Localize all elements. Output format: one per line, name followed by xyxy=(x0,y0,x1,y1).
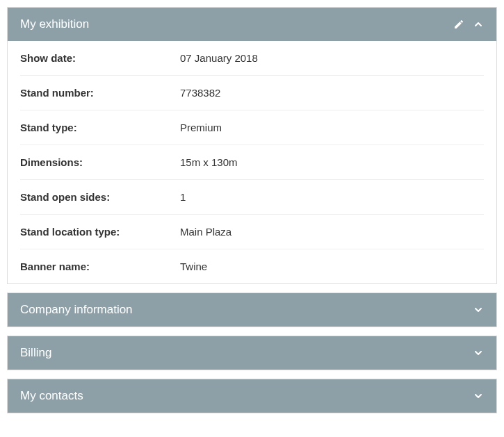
panel-actions xyxy=(453,19,484,30)
panel-actions xyxy=(473,347,484,358)
contacts-panel-header[interactable]: My contacts xyxy=(8,379,496,413)
row-value: 7738382 xyxy=(180,87,484,99)
panel-title: Company information xyxy=(20,303,473,317)
company-panel-header[interactable]: Company information xyxy=(8,293,496,327)
row-label: Dimensions: xyxy=(20,156,180,168)
edit-icon[interactable] xyxy=(453,19,464,30)
chevron-down-icon[interactable] xyxy=(473,390,484,402)
detail-row: Stand location type: Main Plaza xyxy=(20,215,484,249)
detail-row: Stand number: 7738382 xyxy=(20,76,484,110)
contacts-panel: My contacts xyxy=(7,379,497,413)
exhibition-panel-body: Show date: 07 January 2018 Stand number:… xyxy=(8,41,496,283)
panel-actions xyxy=(473,390,484,402)
row-label: Stand number: xyxy=(20,87,180,99)
row-label: Banner name: xyxy=(20,261,180,272)
row-value: Main Plaza xyxy=(180,226,484,238)
chevron-down-icon[interactable] xyxy=(473,347,484,358)
billing-panel: Billing xyxy=(7,336,497,370)
company-panel: Company information xyxy=(7,292,497,327)
panel-actions xyxy=(473,304,484,315)
detail-row: Banner name: Twine xyxy=(20,249,484,283)
row-value: 15m x 130m xyxy=(180,156,484,168)
row-label: Show date: xyxy=(20,52,180,64)
row-label: Stand location type: xyxy=(20,226,180,238)
detail-row: Stand type: Premium xyxy=(20,110,484,145)
billing-panel-header[interactable]: Billing xyxy=(8,336,496,370)
detail-row: Dimensions: 15m x 130m xyxy=(20,145,484,180)
detail-row: Stand open sides: 1 xyxy=(20,180,484,215)
row-label: Stand open sides: xyxy=(20,191,180,203)
panel-title: My exhibition xyxy=(20,17,453,31)
detail-row: Show date: 07 January 2018 xyxy=(20,41,484,76)
chevron-up-icon[interactable] xyxy=(473,19,484,30)
exhibition-panel-header[interactable]: My exhibition xyxy=(8,8,496,41)
row-value: 1 xyxy=(180,191,484,203)
panel-title: My contacts xyxy=(20,389,473,403)
row-value: Twine xyxy=(180,261,484,272)
row-value: 07 January 2018 xyxy=(180,52,484,64)
panel-title: Billing xyxy=(20,346,473,360)
chevron-down-icon[interactable] xyxy=(473,304,484,315)
row-label: Stand type: xyxy=(20,122,180,133)
row-value: Premium xyxy=(180,122,484,133)
exhibition-panel: My exhibition Show date: 07 January 2018… xyxy=(7,7,497,284)
